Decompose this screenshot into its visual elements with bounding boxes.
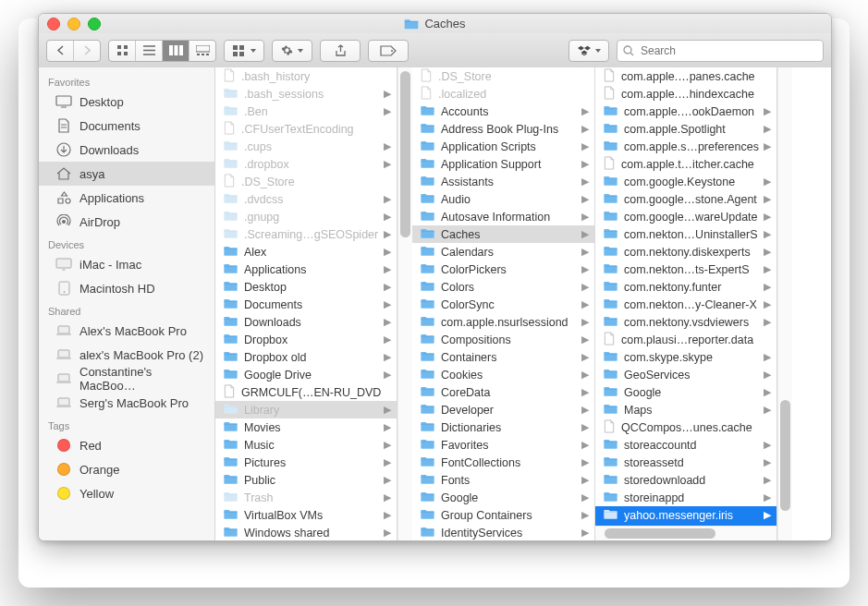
list-item[interactable]: com.apple.…hindexcache bbox=[595, 85, 776, 103]
list-item[interactable]: Colors▶ bbox=[412, 278, 594, 296]
sidebar-item-applications[interactable]: Applications bbox=[39, 186, 214, 210]
list-item[interactable]: Containers▶ bbox=[412, 348, 594, 366]
list-item[interactable]: Dictionaries▶ bbox=[412, 418, 594, 436]
list-item[interactable]: .cups▶ bbox=[215, 138, 397, 155]
list-item[interactable]: Dropbox▶ bbox=[215, 331, 397, 348]
share-button[interactable] bbox=[320, 40, 361, 62]
list-item[interactable]: com.skype.skype▶ bbox=[595, 348, 776, 366]
list-item[interactable]: .dropbox▶ bbox=[215, 155, 397, 173]
forward-button[interactable] bbox=[74, 41, 100, 61]
list-item[interactable]: com.google…wareUpdate▶ bbox=[595, 208, 776, 225]
list-item[interactable]: Application Support▶ bbox=[412, 155, 594, 173]
list-item[interactable]: IdentityServices▶ bbox=[412, 524, 594, 540]
list-item[interactable]: ColorPickers▶ bbox=[412, 261, 594, 278]
back-button[interactable] bbox=[47, 41, 74, 61]
list-item[interactable]: Maps▶ bbox=[595, 401, 776, 418]
list-item[interactable]: com.apple.nsurlsessiond▶ bbox=[412, 313, 594, 331]
list-item[interactable]: com.nekton…ts-ExpertS▶ bbox=[595, 261, 776, 278]
list-item[interactable]: Google▶ bbox=[412, 489, 594, 506]
list-item[interactable]: yahoo.messenger.iris▶ bbox=[595, 506, 776, 524]
list-item[interactable]: Google▶ bbox=[595, 383, 776, 401]
list-item[interactable]: storedownloadd▶ bbox=[595, 471, 776, 489]
list-item[interactable]: com.google.Keystone▶ bbox=[595, 173, 776, 190]
list-item[interactable]: com.apple.s…preferences▶ bbox=[595, 138, 776, 155]
list-item[interactable]: storeassetd▶ bbox=[595, 454, 776, 471]
column-list[interactable]: com.apple.…panes.cachecom.apple.…hindexc… bbox=[595, 67, 776, 527]
list-item[interactable]: com.apple.t…itcher.cache bbox=[595, 155, 776, 173]
list-item[interactable]: Group Containers▶ bbox=[412, 506, 594, 524]
arrange-button[interactable] bbox=[224, 40, 264, 62]
list-item[interactable]: Music▶ bbox=[215, 436, 397, 454]
view-icon-button[interactable] bbox=[109, 41, 136, 61]
sidebar-item-serg-s-macbook-pro[interactable]: Serg's MacBook Pro bbox=[39, 391, 214, 415]
list-item[interactable]: .DS_Store bbox=[215, 173, 397, 190]
list-item[interactable]: .Ben▶ bbox=[215, 103, 397, 120]
list-item[interactable]: storeaccountd▶ bbox=[595, 436, 776, 454]
sidebar-item-imac-imac[interactable]: iMac - Imac bbox=[39, 252, 214, 276]
action-button[interactable] bbox=[272, 40, 312, 62]
list-item[interactable]: Applications▶ bbox=[215, 261, 397, 278]
sidebar-item-macintosh-hd[interactable]: Macintosh HD bbox=[39, 276, 214, 300]
sidebar-item-downloads[interactable]: Downloads bbox=[39, 138, 214, 162]
sidebar-item-constantine-s-macboo-[interactable]: Constantine's MacBoo… bbox=[39, 367, 214, 391]
list-item[interactable]: Alex▶ bbox=[215, 243, 397, 261]
list-item[interactable]: .Screaming…gSEOSpider▶ bbox=[215, 225, 397, 243]
sidebar-item-asya[interactable]: asya bbox=[39, 162, 214, 186]
list-item[interactable]: Dropbox old▶ bbox=[215, 348, 397, 366]
search-input[interactable] bbox=[639, 43, 817, 58]
list-item[interactable]: Cookies▶ bbox=[412, 366, 594, 383]
list-item[interactable]: Trash▶ bbox=[215, 489, 397, 506]
column-list[interactable]: .bash_history.bash_sessions▶.Ben▶.CFUser… bbox=[215, 67, 397, 540]
list-item[interactable]: Audio▶ bbox=[412, 190, 594, 208]
list-item[interactable]: FontCollections▶ bbox=[412, 454, 594, 471]
list-item[interactable]: Fonts▶ bbox=[412, 471, 594, 489]
sidebar-item-alex-s-macbook-pro[interactable]: Alex's MacBook Pro bbox=[39, 319, 214, 343]
list-item[interactable]: Downloads▶ bbox=[215, 313, 397, 331]
list-item[interactable]: Autosave Information▶ bbox=[412, 208, 594, 225]
list-item[interactable]: .bash_sessions▶ bbox=[215, 85, 397, 103]
list-item[interactable]: .CFUserTextEncoding bbox=[215, 120, 397, 138]
list-item[interactable]: Caches▶ bbox=[412, 225, 594, 243]
list-item[interactable]: storeinappd▶ bbox=[595, 489, 776, 506]
list-item[interactable]: Favorites▶ bbox=[412, 436, 594, 454]
sidebar-item-desktop[interactable]: Desktop bbox=[39, 90, 214, 114]
list-item[interactable]: Compositions▶ bbox=[412, 331, 594, 348]
list-item[interactable]: .localized bbox=[412, 85, 594, 103]
list-item[interactable]: .gnupg▶ bbox=[215, 208, 397, 225]
sidebar-item-documents[interactable]: Documents bbox=[39, 114, 214, 138]
sidebar-item-red[interactable]: Red bbox=[39, 433, 214, 457]
list-item[interactable]: Windows shared▶ bbox=[215, 524, 397, 540]
list-item[interactable]: CoreData▶ bbox=[412, 383, 594, 401]
view-columns-button[interactable] bbox=[163, 41, 189, 61]
tags-button[interactable] bbox=[368, 40, 409, 62]
dropbox-button[interactable] bbox=[568, 40, 609, 62]
list-item[interactable]: GeoServices▶ bbox=[595, 366, 776, 383]
list-item[interactable]: Library▶ bbox=[215, 401, 397, 418]
list-item[interactable]: GRMCULF(…EN-RU_DVD bbox=[215, 383, 397, 401]
list-item[interactable]: com.plausi…reporter.data bbox=[595, 331, 776, 348]
list-item[interactable]: Calendars▶ bbox=[412, 243, 594, 261]
list-item[interactable]: Application Scripts▶ bbox=[412, 138, 594, 155]
list-item[interactable]: com.nekton…y-Cleaner-X▶ bbox=[595, 296, 776, 313]
list-item[interactable]: com.nekton…UninstallerS▶ bbox=[595, 225, 776, 243]
list-item[interactable]: Developer▶ bbox=[412, 401, 594, 418]
list-item[interactable]: com.apple.…ookDaemon▶ bbox=[595, 103, 776, 120]
sidebar-item-orange[interactable]: Orange bbox=[39, 457, 214, 481]
list-item[interactable]: com.apple.…panes.cache bbox=[595, 67, 776, 85]
list-item[interactable]: .dvdcss▶ bbox=[215, 190, 397, 208]
list-item[interactable]: com.google…stone.Agent▶ bbox=[595, 190, 776, 208]
list-item[interactable]: Public▶ bbox=[215, 471, 397, 489]
list-item[interactable]: ColorSync▶ bbox=[412, 296, 594, 313]
list-item[interactable]: Documents▶ bbox=[215, 296, 397, 313]
list-item[interactable]: Pictures▶ bbox=[215, 454, 397, 471]
list-item[interactable]: Movies▶ bbox=[215, 418, 397, 436]
sidebar-item-alex-s-macbook-pro-2-[interactable]: alex's MacBook Pro (2) bbox=[39, 343, 214, 367]
vertical-scrollbar[interactable] bbox=[777, 67, 792, 540]
vertical-scrollbar[interactable] bbox=[397, 67, 412, 540]
view-gallery-button[interactable] bbox=[189, 41, 215, 61]
column-list[interactable]: .DS_Store.localizedAccounts▶Address Book… bbox=[412, 67, 594, 540]
list-item[interactable]: Google Drive▶ bbox=[215, 366, 397, 383]
list-item[interactable]: com.nektony.diskexperts▶ bbox=[595, 243, 776, 261]
list-item[interactable]: Accounts▶ bbox=[412, 103, 594, 120]
list-item[interactable]: Address Book Plug-Ins▶ bbox=[412, 120, 594, 138]
